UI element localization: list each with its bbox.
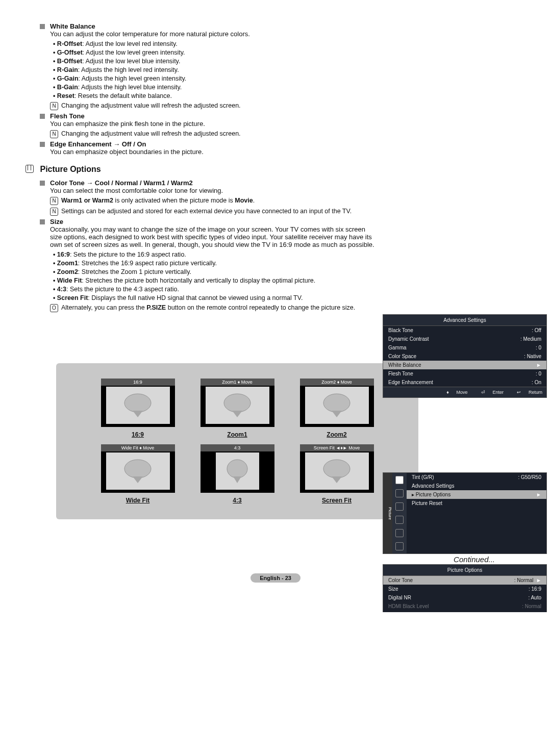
osd-picture-menu: Picture Tint (G/R): G50/R50 Advanced Set…: [383, 472, 547, 554]
svg-point-2: [224, 394, 251, 412]
continued-label: Continued...: [26, 555, 495, 564]
edge-title: Edge Enhancement → Off / On: [50, 140, 377, 148]
osd3-title: Picture Options: [383, 565, 546, 576]
flesh-tone-note: N Changing the adjustment value will ref…: [50, 130, 377, 138]
flesh-tone-title: Flesh Tone: [50, 112, 377, 120]
chevron-right-icon: ►: [536, 362, 541, 368]
svg-point-5: [227, 460, 247, 478]
size-title: Size: [50, 218, 377, 225]
thumb-screen-fit: Screen Fit ◄♦► Move Screen Fit: [300, 444, 374, 504]
white-balance-title: White Balance: [50, 22, 377, 30]
color-tone-section: Color Tone → Cool / Normal / Warm1 / War…: [40, 179, 383, 216]
color-tone-title: Color Tone → Cool / Normal / Warm1 / War…: [50, 179, 377, 187]
osd3-highlight[interactable]: Color Tone: Normal ►: [383, 576, 546, 585]
picture-options-header: Picture Options: [26, 165, 383, 174]
input-category-icon[interactable]: [395, 529, 404, 537]
bullet-icon: [40, 181, 45, 186]
flesh-tone-section: Flesh Tone You can emphasize the pink fl…: [40, 112, 383, 138]
svg-point-3: [323, 394, 350, 412]
thumb-4-3: 4:3 4:3: [201, 444, 274, 504]
osd2-sidebar-label: Picture: [383, 473, 392, 553]
svg-point-4: [124, 460, 151, 478]
osd2-highlight[interactable]: ▸ Picture Options►: [407, 490, 546, 499]
edge-enhancement-section: Edge Enhancement → Off / On You can emph…: [40, 140, 383, 156]
white-balance-desc: You can adjust the color temperature for…: [50, 30, 377, 38]
remote-icon: O: [50, 304, 58, 312]
picture-category-icon[interactable]: [395, 476, 404, 484]
thumb-16-9: 16:9 16:9: [101, 379, 175, 438]
osd1-highlight[interactable]: White Balance►: [383, 361, 546, 369]
osd1-hint: ♦ Move ⏎ Enter ↩ Return: [383, 387, 546, 397]
channel-category-icon[interactable]: [395, 502, 404, 511]
thumb-wide-fit: Wide Fit ♦ Move Wide Fit: [101, 444, 175, 504]
white-balance-note: N Changing the adjustment value will ref…: [50, 102, 377, 110]
osd-advanced-settings: Advanced Settings Black Tone: Off Dynami…: [383, 314, 547, 398]
bookmark-icon: [26, 165, 34, 173]
color-tone-desc: You can select the most comfortable colo…: [50, 187, 377, 194]
thumb-zoom2: Zoom2 ♦ Move Zoom2: [300, 379, 374, 438]
setup-category-icon[interactable]: [395, 516, 404, 524]
note-icon: N: [50, 208, 58, 216]
bullet-icon: [40, 219, 45, 224]
sound-category-icon[interactable]: [395, 489, 404, 497]
note-icon: N: [50, 130, 58, 138]
chevron-right-icon: ►: [536, 492, 541, 497]
flesh-tone-desc: You can emphasize the pink flesh tone in…: [50, 120, 377, 128]
color-tone-note1: N Warm1 or Warm2 is only activated when …: [50, 197, 377, 205]
application-category-icon[interactable]: [395, 542, 404, 550]
size-remote-note: O Alternately, you can press the P.SIZE …: [50, 304, 377, 312]
size-desc: Occasionally, you may want to change the…: [50, 225, 377, 248]
size-list: 16:9: Sets the picture to the 16:9 aspec…: [53, 251, 377, 301]
size-thumbnails: 16:9 16:9 Zoom1 ♦ Move Zoom1 Zoom2 ♦ Mov…: [56, 363, 418, 519]
edge-desc: You can emphasize object boundaries in t…: [50, 148, 377, 156]
svg-point-6: [323, 460, 350, 478]
size-section: Size Occasionally, you may want to chang…: [40, 218, 383, 312]
chevron-right-icon: ►: [536, 577, 541, 583]
osd1-title: Advanced Settings: [383, 315, 546, 326]
white-balance-section: White Balance You can adjust the color t…: [40, 22, 383, 110]
note-icon: N: [50, 197, 58, 205]
osd2-category-icons: [392, 473, 407, 553]
note-icon: N: [50, 102, 58, 110]
color-tone-note2: N Settings can be adjusted and stored fo…: [50, 208, 377, 216]
white-balance-list: R-Offset: Adjust the low level red inten…: [53, 40, 377, 99]
osd-picture-options: Picture Options Color Tone: Normal ► Siz…: [383, 564, 547, 612]
svg-point-1: [124, 394, 151, 412]
bullet-icon: [40, 142, 45, 147]
bullet-icon: [40, 114, 45, 119]
bullet-icon: [40, 24, 45, 29]
thumb-zoom1: Zoom1 ♦ Move Zoom1: [201, 379, 274, 438]
